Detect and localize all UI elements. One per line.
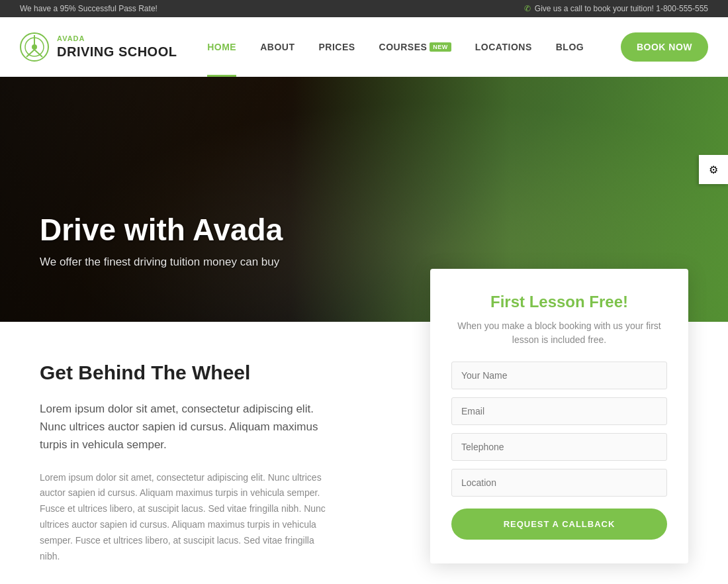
svg-point-1 bbox=[32, 44, 37, 50]
hero-content: Drive with Avada We offer the finest dri… bbox=[40, 212, 283, 269]
email-input[interactable] bbox=[451, 397, 667, 425]
logo[interactable]: AVADA DRIVING SCHOOL bbox=[20, 32, 177, 62]
form-subtitle: When you make a block booking with us yo… bbox=[451, 319, 667, 347]
main-content: Get Behind The Wheel Lorem ipsum dolor s… bbox=[0, 322, 728, 584]
logo-text: AVADA DRIVING SCHOOL bbox=[57, 34, 177, 59]
telephone-input[interactable] bbox=[451, 433, 667, 461]
main-nav: HOMEABOUTPRICESCOURSESNEWLOCATIONSBLOG bbox=[195, 17, 596, 77]
nav-item-home[interactable]: HOME bbox=[195, 17, 248, 77]
nav-item-about[interactable]: ABOUT bbox=[248, 17, 306, 77]
top-bar-message: We have a 95% Successful Pass Rate! bbox=[20, 4, 158, 13]
top-bar-phone: Give us a call to book your tuition! 1-8… bbox=[535, 4, 708, 13]
logo-steering-icon bbox=[20, 32, 49, 62]
hero-subtitle: We offer the finest driving tuition mone… bbox=[40, 256, 283, 269]
nav-item-blog[interactable]: BLOG bbox=[544, 17, 596, 77]
logo-school-name: DRIVING SCHOOL bbox=[57, 44, 177, 60]
nav-item-courses[interactable]: COURSESNEW bbox=[367, 17, 463, 77]
hero-title: Drive with Avada bbox=[40, 212, 283, 248]
top-bar: We have a 95% Successful Pass Rate! ✆ Gi… bbox=[0, 0, 728, 17]
location-input[interactable] bbox=[451, 469, 667, 497]
name-input[interactable] bbox=[451, 362, 667, 389]
logo-brand: AVADA bbox=[57, 34, 177, 43]
section-lead-text: Lorem ipsum dolor sit amet, consectetur … bbox=[40, 400, 331, 454]
nav-badge-new: NEW bbox=[430, 42, 451, 52]
book-now-button[interactable]: BOOK NOW bbox=[621, 32, 708, 62]
gear-icon: ⚙ bbox=[709, 164, 718, 176]
left-content-area: Get Behind The Wheel Lorem ipsum dolor s… bbox=[0, 322, 371, 584]
section-title: Get Behind The Wheel bbox=[40, 362, 331, 384]
form-card: First Lesson Free! When you make a block… bbox=[430, 269, 688, 563]
nav-item-locations[interactable]: LOCATIONS bbox=[463, 17, 544, 77]
section-body-text: Lorem ipsum dolor sit amet, consectetur … bbox=[40, 470, 331, 565]
submit-callback-button[interactable]: REQUEST A CALLBACK bbox=[451, 509, 667, 540]
form-title: First Lesson Free! bbox=[451, 293, 667, 311]
phone-icon: ✆ bbox=[524, 4, 531, 13]
top-bar-contact: ✆ Give us a call to book your tuition! 1… bbox=[524, 4, 708, 13]
header: AVADA DRIVING SCHOOL HOMEABOUTPRICESCOUR… bbox=[0, 17, 728, 77]
nav-item-prices[interactable]: PRICES bbox=[306, 17, 367, 77]
settings-button[interactable]: ⚙ bbox=[699, 155, 728, 184]
